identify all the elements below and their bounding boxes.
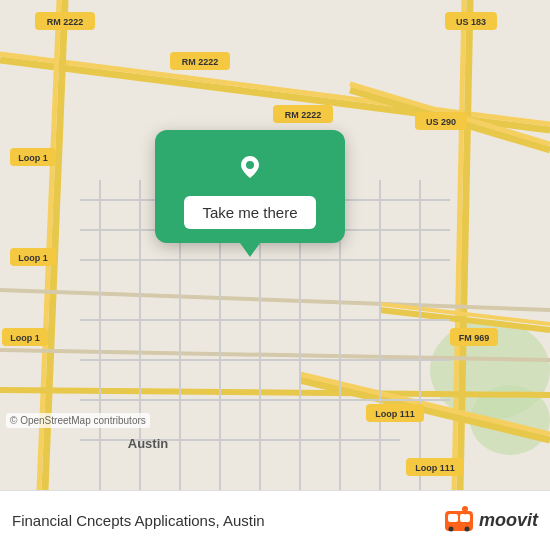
svg-text:Loop 111: Loop 111 (415, 463, 455, 473)
location-pin-icon (231, 148, 269, 186)
svg-text:RM 2222: RM 2222 (47, 17, 84, 27)
svg-text:Loop 1: Loop 1 (10, 333, 40, 343)
svg-point-63 (448, 526, 453, 531)
popup-card: Take me there (155, 130, 345, 243)
svg-point-64 (464, 526, 469, 531)
svg-rect-61 (448, 514, 458, 522)
svg-text:US 183: US 183 (456, 17, 486, 27)
svg-text:FM 969: FM 969 (459, 333, 490, 343)
svg-point-59 (246, 161, 254, 169)
svg-rect-62 (460, 514, 470, 522)
svg-text:Loop 111: Loop 111 (375, 409, 415, 419)
svg-text:US 290: US 290 (426, 117, 456, 127)
svg-text:RM 2222: RM 2222 (182, 57, 219, 67)
bottom-bar: Financial Cncepts Applications, Austin m… (0, 490, 550, 550)
svg-text:RM 2222: RM 2222 (285, 110, 322, 120)
svg-text:Loop 1: Loop 1 (18, 253, 48, 263)
take-me-there-button[interactable]: Take me there (184, 196, 315, 229)
svg-text:Austin: Austin (128, 436, 169, 451)
place-name: Financial Cncepts Applications, Austin (12, 512, 443, 529)
svg-point-65 (462, 506, 468, 512)
moovit-logo: moovit (443, 505, 538, 537)
moovit-bus-icon (443, 505, 475, 537)
map-container: RM 2222 RM 2222 RM 2222 US 183 US 290 Lo… (0, 0, 550, 490)
moovit-label: moovit (479, 510, 538, 531)
map-attribution: © OpenStreetMap contributors (6, 413, 150, 428)
svg-text:Loop 1: Loop 1 (18, 153, 48, 163)
